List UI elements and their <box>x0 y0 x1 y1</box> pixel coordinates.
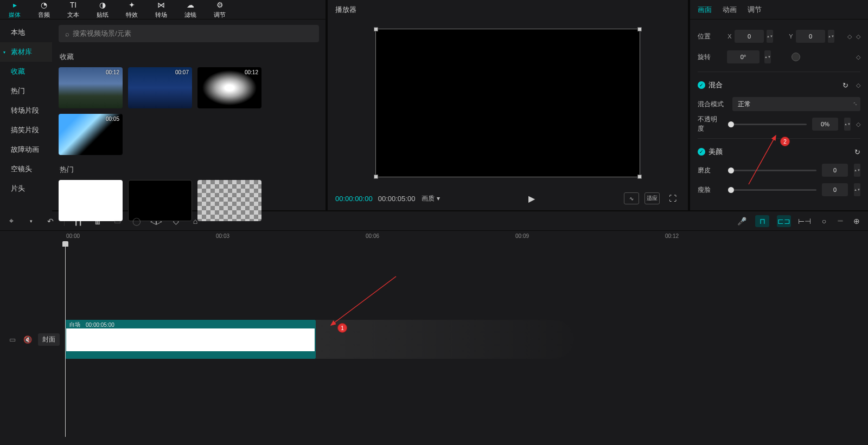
clip-duration: 00:00:05:00 <box>86 322 114 328</box>
lock-icon[interactable]: ▭ <box>8 334 17 344</box>
select-dropdown[interactable]: ▾ <box>25 215 37 227</box>
fullscreen-button[interactable]: ⛶ <box>665 192 680 204</box>
asset-thumb[interactable]: 00:05 <box>59 114 123 155</box>
tool-button[interactable]: ▭ <box>111 215 123 227</box>
spinner[interactable]: ▲▼ <box>854 164 860 177</box>
nav-sticker[interactable]: ◑贴纸 <box>88 0 117 19</box>
nav-media[interactable]: ▸媒体 <box>0 0 29 19</box>
resize-handle[interactable] <box>374 27 378 31</box>
spinner[interactable]: ▲▼ <box>767 30 773 43</box>
side-intro[interactable]: 片头 <box>0 179 52 198</box>
playhead[interactable] <box>65 242 66 437</box>
position-label: 位置 <box>698 32 723 41</box>
opacity-value[interactable]: 0% <box>812 118 838 131</box>
resize-handle[interactable] <box>374 175 378 179</box>
face-value[interactable]: 0 <box>822 183 848 196</box>
side-funny[interactable]: 搞笑片段 <box>0 120 52 140</box>
side-local[interactable]: 本地 <box>0 23 52 42</box>
nav-adjust[interactable]: ⚙调节 <box>205 0 234 19</box>
blend-mode-label: 混合模式 <box>698 100 728 109</box>
asset-duration: 00:12 <box>106 69 119 75</box>
keyframe-icon[interactable]: ◇ <box>856 33 860 40</box>
tab-adjust[interactable]: 调节 <box>748 5 762 15</box>
quality-select[interactable]: 画质 ▾ <box>422 194 439 203</box>
select-tool[interactable]: ⌖ <box>5 215 17 227</box>
keyframe-icon[interactable]: ◇ <box>856 54 860 61</box>
reset-icon[interactable]: ↻ <box>854 148 860 156</box>
nav-filter[interactable]: ☁滤镜 <box>176 0 205 19</box>
side-empty[interactable]: 空镜头 <box>0 159 52 179</box>
side-transition[interactable]: 转场片段 <box>0 101 52 120</box>
timeline-ruler[interactable]: 00:00 00:03 00:06 00:09 00:12 <box>64 231 868 242</box>
zoom-out-button[interactable]: ○ <box>818 215 830 227</box>
video-clip[interactable]: 白场00:00:05:00 <box>65 320 316 359</box>
opacity-slider[interactable] <box>728 124 807 125</box>
rotation-input[interactable]: 0° <box>727 50 760 63</box>
side-hot[interactable]: 热门 <box>0 81 52 101</box>
face-slider[interactable] <box>728 189 816 191</box>
side-glitch[interactable]: 故障动画 <box>0 140 52 159</box>
zoom-slider[interactable] <box>838 220 843 222</box>
magnet-button[interactable]: ⊓ <box>755 215 769 227</box>
pos-x-input[interactable]: 0 <box>735 30 764 43</box>
tab-animation[interactable]: 动画 <box>723 5 737 15</box>
slider-knob[interactable] <box>728 121 734 127</box>
align-button[interactable]: ⊢⊣ <box>799 215 810 227</box>
current-time: 00:00:00:00 <box>335 195 373 203</box>
fit-button[interactable]: 适应 <box>644 192 660 204</box>
side-label: 素材库 <box>11 47 32 57</box>
rotation-knob[interactable] <box>792 53 800 61</box>
spinner[interactable]: ▲▼ <box>844 118 851 131</box>
undo-button[interactable]: ↶ <box>44 215 56 227</box>
side-library[interactable]: ▾素材库 <box>0 42 52 62</box>
scope-button[interactable]: ∿ <box>624 192 639 204</box>
skin-value[interactable]: 0 <box>822 164 848 177</box>
slider-knob[interactable] <box>728 167 734 173</box>
beauty-checkbox[interactable]: ✓ <box>698 148 705 156</box>
cover-button[interactable]: 封面 <box>38 333 60 346</box>
preview-canvas[interactable] <box>375 29 640 177</box>
spinner[interactable]: ▲▼ <box>764 50 771 63</box>
keyframe-icon[interactable]: ◇ <box>856 121 860 128</box>
transition-icon: ⋈ <box>156 0 166 10</box>
resize-handle[interactable] <box>637 27 642 31</box>
link-button[interactable]: ⊏⊐ <box>777 215 791 227</box>
resize-handle[interactable] <box>637 175 642 179</box>
blend-checkbox[interactable]: ✓ <box>698 81 705 89</box>
nav-audio[interactable]: ◔音频 <box>29 0 59 19</box>
keyframe-icon[interactable]: ◇ <box>856 82 860 89</box>
asset-thumb[interactable]: 00:12 <box>197 67 261 108</box>
face-label: 瘦脸 <box>698 185 723 195</box>
tool-button[interactable]: ◯ <box>131 215 143 227</box>
side-favorites[interactable]: 收藏 <box>0 62 52 81</box>
timeline: 00:00 00:03 00:06 00:09 00:12 ▭ 🔇 封面 白场0… <box>0 231 868 445</box>
spinner[interactable]: ▲▼ <box>828 30 834 43</box>
play-button[interactable]: ▶ <box>528 194 535 204</box>
blend-mode-select[interactable]: 正常 <box>732 97 860 111</box>
spinner[interactable]: ▲▼ <box>854 183 860 196</box>
search-placeholder: 搜索视频场景/元素 <box>73 29 131 38</box>
asset-thumb[interactable] <box>197 180 261 221</box>
asset-thumb[interactable]: 00:07 <box>128 67 192 108</box>
reset-icon[interactable]: ↻ <box>843 81 848 89</box>
keyframe-icon[interactable]: ◇ <box>847 33 852 40</box>
mute-icon[interactable]: 🔇 <box>23 334 33 344</box>
pos-y-input[interactable]: 0 <box>796 30 825 43</box>
ruler-tick: 00:00 <box>66 233 80 239</box>
zoom-fit-button[interactable]: ⊕ <box>851 215 863 227</box>
asset-area: ⌕搜索视频场景/元素 收藏 00:12 00:07 00:12 00:05 热门 <box>52 20 326 227</box>
mic-button[interactable]: 🎤 <box>736 215 748 227</box>
adjust-icon: ⚙ <box>215 0 225 10</box>
nav-label: 音频 <box>38 11 50 19</box>
slider-knob[interactable] <box>728 187 734 193</box>
nav-text[interactable]: TI文本 <box>59 0 88 19</box>
skin-slider[interactable] <box>728 170 816 171</box>
top-nav: ▸媒体 ◔音频 TI文本 ◑贴纸 ✦特效 ⋈转场 ☁滤镜 ⚙调节 <box>0 0 326 20</box>
asset-thumb[interactable]: 00:12 <box>59 67 123 108</box>
nav-effect[interactable]: ✦特效 <box>117 0 146 19</box>
search-input[interactable]: ⌕搜索视频场景/元素 <box>59 25 319 42</box>
media-icon: ▸ <box>10 0 20 10</box>
tab-canvas[interactable]: 画面 <box>698 5 712 15</box>
nav-transition[interactable]: ⋈转场 <box>146 0 176 19</box>
total-time: 00:00:05:00 <box>378 195 416 203</box>
